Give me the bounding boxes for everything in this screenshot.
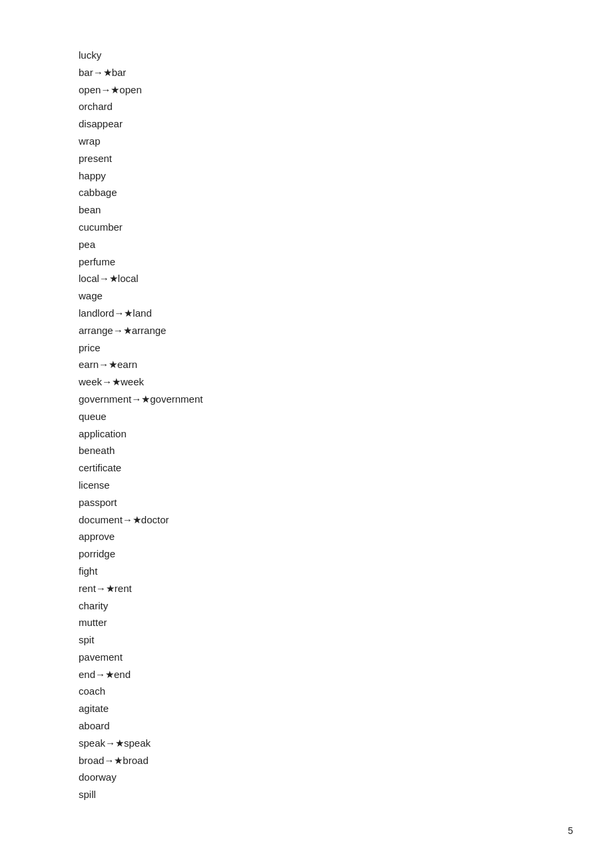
list-item: arrange→★arrange [79, 322, 613, 339]
list-item: broad→★broad [79, 752, 613, 769]
list-item: wrap [79, 133, 613, 150]
list-item: approve [79, 528, 613, 545]
list-item: porridge [79, 545, 613, 563]
list-item: fight [79, 563, 613, 580]
list-item: wage [79, 287, 613, 305]
list-item: certificate [79, 459, 613, 477]
list-item: present [79, 150, 613, 167]
list-item: landlord→★land [79, 305, 613, 322]
list-item: lucky [79, 47, 613, 64]
list-item: local→★local [79, 270, 613, 287]
list-item: price [79, 339, 613, 357]
list-item: cucumber [79, 219, 613, 236]
list-item: government→★government [79, 391, 613, 408]
list-item: orchard [79, 98, 613, 115]
list-item: coach [79, 683, 613, 700]
list-item: week→★week [79, 373, 613, 391]
list-item: doorway [79, 769, 613, 786]
list-item: aboard [79, 717, 613, 735]
list-item: disappear [79, 115, 613, 133]
word-list: luckybar→★baropen→★openorcharddisappearw… [0, 0, 613, 843]
list-item: open→★open [79, 81, 613, 99]
page-number: 5 [568, 825, 573, 836]
list-item: license [79, 477, 613, 494]
list-item: bean [79, 201, 613, 219]
list-item: application [79, 425, 613, 443]
list-item: beneath [79, 442, 613, 459]
list-item: pea [79, 236, 613, 253]
list-item: spill [79, 786, 613, 803]
list-item: pavement [79, 649, 613, 666]
list-item: happy [79, 167, 613, 185]
list-item: earn→★earn [79, 356, 613, 373]
list-item: charity [79, 597, 613, 615]
list-item: mutter [79, 614, 613, 631]
list-item: rent→★rent [79, 580, 613, 597]
list-item: document→★doctor [79, 511, 613, 529]
list-item: agitate [79, 700, 613, 717]
list-item: spit [79, 631, 613, 649]
list-item: passport [79, 494, 613, 511]
list-item: cabbage [79, 184, 613, 201]
list-item: perfume [79, 253, 613, 271]
list-item: bar→★bar [79, 64, 613, 81]
list-item: queue [79, 408, 613, 425]
list-item: speak→★speak [79, 735, 613, 752]
list-item: end→★end [79, 666, 613, 683]
